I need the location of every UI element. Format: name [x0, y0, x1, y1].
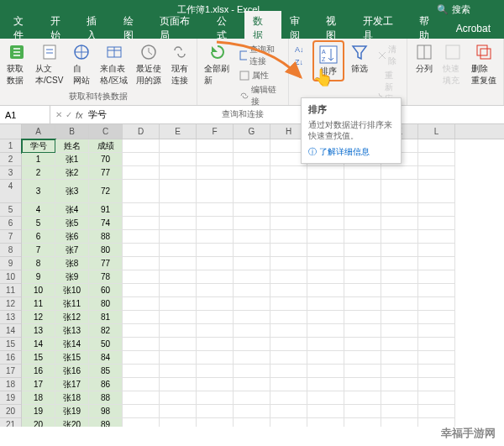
row-header-2[interactable]: 2	[0, 153, 21, 166]
cell[interactable]	[197, 405, 234, 418]
cell[interactable]	[123, 378, 160, 391]
cell[interactable]	[197, 139, 234, 153]
cell[interactable]	[123, 217, 160, 230]
cell[interactable]	[344, 180, 381, 203]
cell[interactable]	[160, 257, 197, 270]
cell[interactable]	[418, 351, 455, 365]
cell[interactable]	[307, 244, 344, 257]
row-header-14[interactable]: 14	[0, 324, 21, 338]
cell[interactable]	[123, 365, 160, 378]
cell[interactable]	[344, 378, 381, 391]
cell[interactable]	[270, 297, 307, 311]
cell[interactable]: 张3	[55, 180, 89, 203]
row-header-19[interactable]: 19	[0, 391, 21, 405]
cell[interactable]	[344, 418, 381, 427]
cell[interactable]	[381, 203, 418, 217]
edit-links-button[interactable]: 编辑链接	[237, 83, 286, 108]
row-header-10[interactable]: 10	[0, 270, 21, 284]
cell[interactable]	[307, 217, 344, 230]
cell[interactable]: 张15	[55, 351, 89, 365]
from-web-button[interactable]: 自 网站	[68, 40, 95, 88]
cell[interactable]	[234, 311, 270, 324]
sort-asc-button[interactable]: A↓	[292, 44, 311, 55]
cell[interactable]	[381, 166, 418, 180]
cell[interactable]	[123, 203, 160, 217]
cell[interactable]: 张9	[55, 270, 89, 284]
cell[interactable]	[381, 391, 418, 405]
cell[interactable]	[381, 180, 418, 203]
cell[interactable]: 14	[22, 338, 55, 351]
cell[interactable]	[123, 139, 160, 153]
cell[interactable]	[270, 378, 307, 391]
cell[interactable]	[160, 153, 197, 166]
cell[interactable]	[381, 284, 418, 297]
cell[interactable]: 13	[22, 324, 55, 338]
cell[interactable]: 3	[22, 180, 55, 203]
cell[interactable]: 77	[89, 257, 123, 270]
cell[interactable]	[344, 166, 381, 180]
cell[interactable]	[234, 324, 270, 338]
cell[interactable]: 12	[22, 311, 55, 324]
cell[interactable]: 78	[89, 270, 123, 284]
col-header-B[interactable]: B	[55, 124, 89, 139]
cell[interactable]	[381, 311, 418, 324]
cell[interactable]	[197, 297, 234, 311]
cell[interactable]	[307, 270, 344, 284]
cell[interactable]	[418, 166, 455, 180]
cell[interactable]: 89	[89, 418, 123, 427]
cell[interactable]	[123, 244, 160, 257]
cell[interactable]	[197, 230, 234, 244]
cell[interactable]	[234, 244, 270, 257]
cell[interactable]	[123, 270, 160, 284]
row-header-4[interactable]: 4	[0, 180, 21, 203]
cell[interactable]	[197, 324, 234, 338]
from-csv-button[interactable]: 从文 本/CSV	[32, 40, 66, 88]
cell[interactable]: 80	[89, 297, 123, 311]
cell[interactable]	[307, 391, 344, 405]
cell[interactable]	[307, 405, 344, 418]
cell[interactable]: 86	[89, 378, 123, 391]
cell[interactable]	[160, 391, 197, 405]
cell[interactable]	[418, 217, 455, 230]
cell[interactable]	[197, 244, 234, 257]
cell[interactable]: 88	[89, 391, 123, 405]
cell[interactable]	[123, 351, 160, 365]
cell[interactable]	[123, 391, 160, 405]
cell[interactable]: 张14	[55, 338, 89, 351]
cell[interactable]	[307, 418, 344, 427]
cell[interactable]	[270, 391, 307, 405]
properties-button[interactable]: 属性	[237, 69, 286, 82]
cell[interactable]	[270, 338, 307, 351]
cell[interactable]	[381, 217, 418, 230]
cell[interactable]	[418, 391, 455, 405]
cell[interactable]	[123, 284, 160, 297]
col-header-L[interactable]: L	[418, 124, 455, 139]
cell[interactable]: 张1	[55, 153, 89, 166]
cell[interactable]	[197, 338, 234, 351]
cell[interactable]: 84	[89, 351, 123, 365]
existing-conn-button[interactable]: 现有 连接	[166, 40, 193, 88]
get-data-button[interactable]: 获取数据	[3, 40, 30, 88]
cell[interactable]	[381, 418, 418, 427]
cell[interactable]	[418, 311, 455, 324]
cell[interactable]	[381, 378, 418, 391]
cell[interactable]	[307, 203, 344, 217]
row-header-17[interactable]: 17	[0, 365, 21, 378]
cell[interactable]	[418, 244, 455, 257]
cell[interactable]: 74	[89, 217, 123, 230]
cell[interactable]	[160, 365, 197, 378]
cell[interactable]: 张7	[55, 244, 89, 257]
cell[interactable]	[123, 166, 160, 180]
cell[interactable]	[307, 257, 344, 270]
cell[interactable]	[197, 418, 234, 427]
cell[interactable]	[270, 257, 307, 270]
cell[interactable]: 98	[89, 405, 123, 418]
text-to-columns-button[interactable]: 分列	[411, 40, 438, 76]
cell[interactable]	[381, 351, 418, 365]
cell[interactable]	[197, 391, 234, 405]
cell[interactable]: 张18	[55, 391, 89, 405]
cell[interactable]	[344, 297, 381, 311]
cell[interactable]: 9	[22, 270, 55, 284]
cell[interactable]	[234, 297, 270, 311]
cell[interactable]	[123, 180, 160, 203]
